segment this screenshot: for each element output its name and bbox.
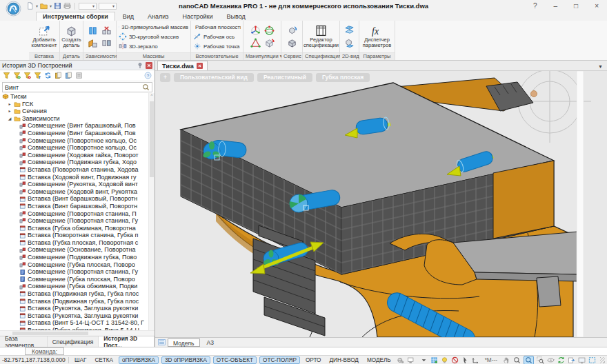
tree-folder-Зависимости[interactable]: ◢Зависимости [0,115,155,123]
viewport-button-Пользовательский вид[interactable]: Пользовательский вид [174,73,254,82]
ribbon-button-Диспетчер-параметров[interactable]: fxДиспетчер параметров [361,25,392,49]
help-button[interactable]: ? [533,2,537,10]
panel-close-icon[interactable] [146,62,152,69]
panel-tool-book-b-button[interactable] [65,72,72,79]
tree-folder-Сечения[interactable]: ▸Сечения [0,108,155,115]
status-toggle-МОДЕЛЬ[interactable]: МОДЕЛЬ [364,356,394,364]
status-osnap-grid-button[interactable] [430,356,438,364]
viewport-button-Губка плоская[interactable]: Губка плоская [316,73,370,82]
maximize-button[interactable]: □ [574,2,578,10]
resize-grip[interactable] [600,357,605,363]
status-pan-hand-button[interactable] [503,356,510,364]
status-toggle-ШАГ[interactable]: ШАГ [72,356,89,364]
menu-tab-Вывод[interactable]: Вывод [221,12,252,21]
viewport-button-+[interactable]: + [160,73,170,82]
command-line[interactable]: Команда: [0,347,607,355]
status-regen-button[interactable] [557,356,565,364]
tree-item[interactable]: Совмещение (Подвижная губка, Пово [0,254,155,261]
tree-item[interactable]: Вставка (Губка плоская, Поворотная с [0,239,155,247]
ribbon-button-Рабочая точка[interactable]: Рабочая точка [193,42,241,51]
ribbon-button-view2d-a[interactable] [344,25,355,35]
status-toggle-ОРТО[interactable]: ОРТО [303,356,324,364]
status-toggle-ДИН-ВВОД[interactable]: ДИН-ВВОД [326,356,361,364]
panel-tool-filter-up-button[interactable] [34,72,41,79]
tree-expander-icon[interactable]: ▸ [7,108,12,115]
tree-vertical-scrollbar[interactable]: ˄ [148,93,155,330]
status-orbit-button[interactable] [547,356,555,364]
ribbon-button-3D-прямоугольный массив[interactable]: 3D-прямоугольный массив [119,23,188,32]
status-sheet-arrow-button[interactable] [568,356,575,364]
tree-item[interactable]: Совмещение (Винт барашковый, Пов [0,122,155,130]
tree-item[interactable]: Вставка (Ходовой винт, Подвижная гу [0,174,155,181]
ribbon-button-mate-corner[interactable] [88,38,98,48]
menu-tab-Вид[interactable]: Вид [117,12,140,21]
qa-save-button[interactable] [54,2,61,10]
qa-combo-box[interactable]: ▾ [79,3,97,10]
status-toggle-ОТС-ПОЛЯР[interactable]: ОТС-ПОЛЯР [259,356,300,364]
panel-tool-filter-del-button[interactable] [23,72,31,79]
status-monitor-sheet-icon[interactable] [407,356,415,364]
tree-horizontal-scrollbar[interactable] [0,330,155,336]
panel-tab-Спецификация[interactable]: Спецификация [48,336,99,347]
tab-list-dropdown-icon[interactable]: ▼ [598,64,603,69]
tree-item[interactable]: Совмещение (Губка обжимная, Подви [0,283,155,290]
tree-item[interactable]: Вставка (Винт барашковый, Поворотн [0,203,155,210]
panel-tab-История 3D Пост...[interactable]: История 3D Пост... [99,336,155,347]
tree-item[interactable]: Вставка (Поворотная станина, Губка п [0,232,155,239]
status-toggle-ОТС-ОБЪЕКТ[interactable]: ОТС-ОБЪЕКТ [213,356,257,364]
ribbon-button-Создать-деталь[interactable]: Создать деталь [62,25,81,49]
qa-combo-box[interactable]: ▾ [99,3,117,10]
tree-item[interactable]: Совмещение (Поворотная станина, П [0,210,155,218]
tree-expander-icon[interactable]: ▸ [7,101,12,108]
ribbon-button-Рабочая ось[interactable]: Рабочая ось [193,32,241,41]
document-tab[interactable]: Тиски.dwa [157,61,208,70]
ribbon-button-Редактор-спецификации[interactable]: Редактор спецификации [305,25,337,49]
panel-tab-База элементов[interactable]: База элементов [0,336,48,347]
tree-item[interactable]: Совмещение (Ходовая гайка, Поворот [0,152,155,159]
status-screen-button[interactable] [578,356,586,364]
tree-folder-ГСК[interactable]: ▸ГСК [0,101,155,108]
status-toggle-СЕТКА[interactable]: СЕТКА [92,356,116,364]
ribbon-button-3D-круговой массив[interactable]: 3D-круговой массив [119,32,188,41]
panel-tool-refresh-button[interactable] [44,72,52,79]
tree-item[interactable]: Совмещение (Поворотное кольцо, Ос [0,144,155,152]
menu-tab-Инструменты сборки[interactable]: Инструменты сборки [36,12,115,21]
tree-item[interactable]: Совмещение (Рукоятка, Ходовой винт [0,181,155,188]
status-zoom-active-button[interactable] [524,356,534,364]
tree-item[interactable]: Вставка (Подвижная губка, Губка плос [0,298,155,305]
search-icon[interactable] [142,83,150,91]
ribbon-button-mate-x[interactable] [101,26,112,36]
tree-item[interactable]: Совмещение (Губка плоская, Поворо [0,261,155,269]
tree-item[interactable]: Вставка (Рукоятка, Заглушка рукоятки [0,312,155,320]
document-close-icon[interactable] [197,63,203,69]
status-dropdown-button[interactable] [420,356,428,364]
panel-tool-filter-button[interactable] [3,72,10,79]
tree-item[interactable]: Совмещение (Губка плоская, Поворо [0,276,155,283]
tree-item[interactable]: Вставка (Винт барашковый, Поворотн [0,195,155,203]
ribbon-button-Рабочая плоскость[interactable]: Рабочая плоскость [193,23,241,32]
ribbon-button-manip-axes[interactable] [250,26,261,36]
status-toggle-оПРИВЯЗКА[interactable]: оПРИВЯЗКА [119,356,159,364]
help-icon[interactable]: ? [144,72,152,79]
status-ucs-axes-button[interactable] [472,356,479,364]
status-zoom-window-button[interactable] [537,356,544,364]
qa-new-doc-button[interactable] [26,2,34,10]
status-bulb-button[interactable] [441,356,448,364]
tree-item[interactable]: Совмещение (Винт барашковый, Пов [0,130,155,137]
layout-tab-А3[interactable]: А3 [202,338,219,347]
tree-item[interactable]: Совмещение (Поворотное кольцо, Ос [0,137,155,145]
tree-item[interactable]: Совмещение (Ходовой винт, Рукоятка [0,188,155,196]
viewport-canvas[interactable]: +Пользовательский видРеалистичныйГубка п… [155,71,607,337]
tree-root[interactable]: Тиски [0,93,155,101]
ribbon-button-manip-tri[interactable] [250,38,261,48]
ribbon-button-manip-box[interactable] [264,38,275,48]
status-globe-gear-icon[interactable] [397,356,404,364]
panel-tool-book-a-button[interactable] [54,72,62,79]
qa-print-button[interactable] [63,2,71,10]
tree-expander-icon[interactable]: ◢ [7,115,12,123]
dropdown-icon[interactable]: ▾ [36,3,38,8]
status-zoom-button[interactable] [513,356,521,364]
tree-item[interactable]: Совмещение (Основание, Поворотна [0,246,155,254]
ribbon-button-mate-pair[interactable] [101,38,112,48]
pin-icon[interactable] [137,62,143,69]
